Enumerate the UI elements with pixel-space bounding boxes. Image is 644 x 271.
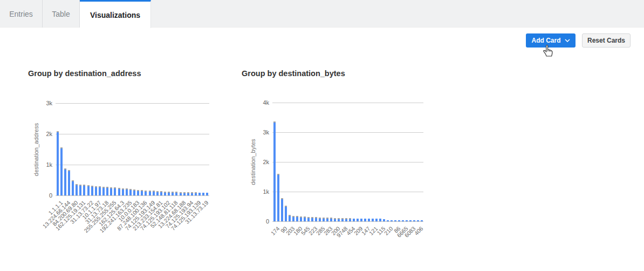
bar[interactable] (417, 220, 419, 221)
bar[interactable] (129, 189, 132, 195)
bar[interactable] (364, 219, 366, 221)
bar[interactable] (387, 220, 389, 221)
bar[interactable] (122, 188, 124, 195)
bar[interactable] (198, 193, 201, 195)
bar[interactable] (99, 186, 101, 195)
bar[interactable] (315, 217, 317, 221)
chart-destination-address[interactable]: Group by destination_address 01k2k3kdest… (28, 65, 244, 259)
bar[interactable] (137, 190, 139, 195)
tab-table[interactable]: Table (43, 0, 80, 28)
bar[interactable] (180, 192, 182, 195)
bar[interactable] (145, 191, 147, 195)
bar[interactable] (402, 220, 404, 221)
bar[interactable] (319, 218, 321, 221)
bar[interactable] (326, 218, 328, 221)
bar[interactable] (330, 218, 332, 221)
chevron-down-icon (565, 39, 570, 42)
bar[interactable] (281, 198, 283, 221)
gridline (272, 132, 423, 133)
bar[interactable] (76, 184, 78, 195)
y-axis-tick-label: 0 (29, 192, 52, 199)
bar[interactable] (323, 218, 325, 221)
bar[interactable] (141, 190, 143, 195)
bar[interactable] (206, 193, 208, 195)
tab-bar: Entries Table Visualizations (0, 0, 644, 28)
bar[interactable] (72, 180, 74, 195)
bar[interactable] (292, 216, 294, 221)
tab-visualizations[interactable]: Visualizations (80, 0, 151, 28)
gridline (272, 221, 423, 222)
bar[interactable] (118, 188, 120, 195)
bar[interactable] (164, 192, 166, 195)
bar[interactable] (156, 191, 159, 195)
bar[interactable] (57, 131, 59, 195)
bar[interactable] (406, 220, 408, 221)
bar[interactable] (79, 185, 81, 195)
bar[interactable] (413, 220, 415, 221)
y-axis-tick-label: 3k (29, 100, 52, 106)
bar[interactable] (345, 218, 347, 221)
bar[interactable] (285, 206, 287, 221)
bar[interactable] (334, 218, 336, 221)
bar[interactable] (273, 121, 276, 221)
bar[interactable] (83, 185, 85, 195)
mouse-cursor-icon (542, 43, 554, 57)
bar[interactable] (353, 219, 355, 221)
bar[interactable] (60, 147, 63, 195)
bar[interactable] (383, 219, 385, 221)
bar[interactable] (153, 191, 155, 195)
bar[interactable] (168, 192, 170, 195)
x-axis-tick-label: 406 (413, 225, 424, 236)
bar[interactable] (341, 218, 344, 221)
bar[interactable] (191, 192, 193, 195)
bar[interactable] (304, 216, 306, 221)
bar[interactable] (372, 219, 374, 221)
bar[interactable] (160, 191, 162, 195)
bar[interactable] (357, 219, 359, 221)
reset-cards-button[interactable]: Reset Cards (582, 33, 631, 48)
bar[interactable] (126, 188, 128, 195)
tab-entries[interactable]: Entries (0, 0, 43, 28)
bar[interactable] (64, 168, 66, 195)
bar[interactable] (409, 220, 412, 221)
bar[interactable] (296, 216, 298, 221)
bar[interactable] (300, 216, 302, 221)
bar[interactable] (360, 219, 362, 221)
bar[interactable] (149, 191, 151, 195)
bar[interactable] (311, 217, 313, 221)
chart-destination-bytes[interactable]: Group by destination_bytes 01k2k3k4kdest… (242, 65, 457, 259)
bar[interactable] (187, 192, 189, 195)
bar[interactable] (421, 220, 423, 221)
bar[interactable] (394, 220, 396, 221)
x-axis-tick-label: 174 (269, 225, 280, 236)
bar[interactable] (398, 220, 400, 221)
bar[interactable] (91, 186, 93, 195)
bar[interactable] (172, 192, 174, 195)
bar[interactable] (114, 187, 116, 195)
bar[interactable] (368, 219, 370, 221)
bar[interactable] (106, 187, 108, 195)
reset-cards-label: Reset Cards (587, 37, 625, 44)
bar[interactable] (375, 219, 378, 221)
bar[interactable] (195, 192, 197, 195)
chart-title: Group by destination_address (28, 69, 141, 78)
bar[interactable] (277, 174, 279, 221)
bar[interactable] (133, 189, 135, 195)
bar[interactable] (202, 193, 204, 195)
bar[interactable] (68, 170, 70, 195)
bar[interactable] (87, 185, 90, 195)
bar[interactable] (110, 187, 112, 195)
bar[interactable] (289, 215, 291, 221)
bar[interactable] (379, 219, 381, 221)
y-axis-title: destination_address (33, 123, 39, 175)
bar[interactable] (102, 187, 105, 195)
y-axis-tick-label: 4k (245, 99, 269, 106)
bar[interactable] (175, 192, 177, 195)
bar[interactable] (307, 217, 310, 221)
bar[interactable] (349, 218, 351, 221)
bar[interactable] (390, 220, 393, 221)
bar[interactable] (95, 186, 97, 195)
gridline (56, 103, 209, 104)
bar[interactable] (338, 218, 340, 221)
bar[interactable] (183, 192, 186, 195)
